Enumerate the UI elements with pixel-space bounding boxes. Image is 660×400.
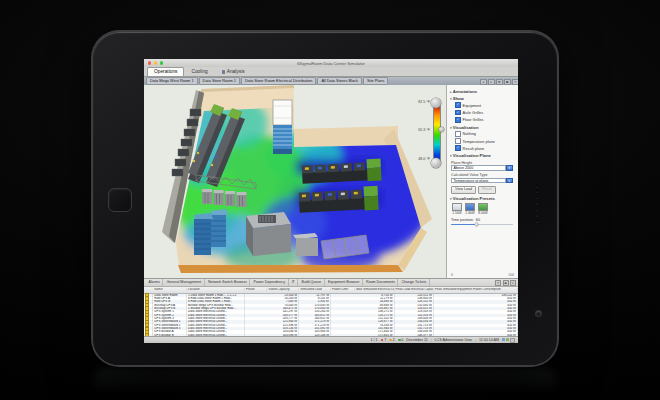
section-visualisation-plane[interactable]: ▾Visualisation Plane bbox=[450, 153, 515, 158]
preset-doc-icon bbox=[452, 203, 462, 211]
preset-green-icon bbox=[478, 203, 488, 211]
amber-alarm-icon bbox=[389, 339, 392, 342]
visualisation-panel: ▸Annotations ▾Show ✓Equipment ✓Aisle Gri… bbox=[446, 85, 518, 278]
alarm-red-badge[interactable]: 7 bbox=[381, 338, 387, 342]
document-tab[interactable]: All Data Stores Block bbox=[317, 77, 362, 86]
empty-rack-white[interactable] bbox=[273, 100, 292, 125]
alarm-amber-badge[interactable]: 2 bbox=[389, 338, 395, 342]
temperature-legend: 82.5 °F 65.3 °F 48.0 °F bbox=[416, 99, 444, 169]
status-bar: 1 / 1 7 2 0 December 11 | LCS Administra… bbox=[144, 336, 518, 343]
document-tab[interactable]: Site Plans bbox=[363, 77, 389, 86]
alarm-green-badge[interactable]: 0 bbox=[398, 338, 404, 342]
document-tab-bar: Data Mega West Room 1Data Store Room 1Da… bbox=[144, 77, 518, 85]
status-date: December 11 bbox=[406, 338, 427, 342]
tablet-reflection bbox=[93, 367, 557, 397]
dock-tab[interactable]: Build Queue bbox=[299, 279, 325, 286]
option-temperature-plane[interactable]: Temperature plane bbox=[455, 138, 515, 144]
photo-background: 6SigmaRoom Data Center Simulator Operati… bbox=[0, 0, 660, 400]
view-load-button[interactable]: View Load bbox=[451, 186, 476, 194]
rack-blue-striped[interactable] bbox=[273, 125, 292, 154]
checkbox-equipment[interactable]: ✓Equipment bbox=[455, 102, 515, 108]
section-show[interactable]: ▾Show bbox=[450, 96, 515, 101]
status-tray-icons bbox=[502, 338, 515, 343]
dock-tab[interactable]: Network Switch Browser bbox=[205, 279, 250, 286]
option-nothing[interactable]: Nothing bbox=[455, 131, 515, 137]
bottom-dock: AlarmsGeneral ManagementNetwork Switch B… bbox=[144, 278, 518, 336]
viewport-3d[interactable]: 82.5 °F 65.3 °F 48.0 °F bbox=[144, 85, 446, 278]
time-position-label: Time position: bbox=[451, 218, 474, 222]
tab-operations[interactable]: Operations bbox=[147, 67, 184, 77]
preset-1[interactable]: 1.5kW bbox=[452, 203, 462, 216]
plane-height-label: Plane Height bbox=[451, 161, 515, 165]
room-3d-scene[interactable] bbox=[144, 85, 446, 278]
dock-tab[interactable]: IT bbox=[289, 279, 298, 286]
calc-value-type-select[interactable]: Temperature at plane▾ bbox=[451, 178, 513, 184]
section-annotations[interactable]: ▸Annotations bbox=[450, 89, 515, 94]
section-presets[interactable]: ▾Visualisation Presets bbox=[450, 196, 515, 201]
dock-tab-bar: AlarmsGeneral ManagementNetwork Switch B… bbox=[144, 279, 518, 287]
plane-height-select[interactable]: Above 2000▾ bbox=[451, 165, 513, 171]
analysis-icon bbox=[222, 70, 226, 74]
dock-maximize-icon[interactable]: ▣ bbox=[503, 280, 509, 286]
checkbox-aisle-grilles[interactable]: ✓Aisle Grilles bbox=[455, 110, 515, 116]
status-time: 11:50:14 AM bbox=[479, 338, 499, 342]
preset-3[interactable]: 8.0kW bbox=[478, 203, 488, 216]
checkbox-icon: ✓ bbox=[455, 102, 461, 108]
document-tab[interactable]: Data Store Room Electrical Distribution bbox=[241, 77, 316, 86]
dock-tab[interactable]: Power Dependency bbox=[251, 279, 289, 286]
speaker-grille-icon bbox=[534, 184, 540, 222]
preset-blue-icon bbox=[465, 203, 475, 211]
dock-tab[interactable]: Change Tickets bbox=[399, 279, 430, 286]
checkbox-icon bbox=[455, 138, 461, 144]
preset-2[interactable]: 2.4kW bbox=[465, 203, 475, 216]
legend-max-handle[interactable] bbox=[431, 98, 441, 108]
window-title: 6SigmaRoom Data Center Simulator bbox=[144, 61, 518, 66]
calc-value-type-label: Calculated Value Type bbox=[451, 173, 515, 177]
tablet-home-button[interactable] bbox=[108, 188, 132, 212]
tab-cooling[interactable]: Cooling bbox=[184, 67, 214, 77]
option-result-plane[interactable]: ✓Result plane bbox=[455, 145, 515, 151]
document-tab[interactable]: Data Mega West Room 1 bbox=[146, 77, 198, 86]
legend-min-handle[interactable] bbox=[431, 158, 441, 168]
legend-max-label: 82.5 °F bbox=[410, 100, 430, 104]
checkbox-floor-grilles[interactable]: ✓Floor Grilles bbox=[455, 117, 515, 123]
dock-tab[interactable]: Room Documents bbox=[363, 279, 398, 286]
page-indicator: 1 / 1 bbox=[371, 338, 378, 342]
green-alarm-icon bbox=[398, 339, 401, 342]
reset-button[interactable]: Reset bbox=[478, 186, 496, 194]
status-user: LCS Administrator User bbox=[435, 338, 473, 342]
checkbox-icon: ✓ bbox=[455, 145, 461, 151]
legend-mid-label: 65.3 °F bbox=[410, 128, 430, 132]
chevron-down-icon[interactable]: ▾ bbox=[506, 178, 514, 184]
checkbox-icon: ✓ bbox=[455, 117, 461, 123]
time-slider[interactable] bbox=[451, 223, 513, 226]
slider-thumb[interactable] bbox=[475, 223, 478, 226]
legend-mid-handle[interactable] bbox=[439, 127, 444, 132]
checkbox-icon bbox=[455, 131, 461, 137]
slider-max-label: 100 bbox=[508, 273, 514, 277]
document-tab[interactable]: Data Store Room 1 bbox=[199, 77, 240, 86]
dock-close-icon[interactable]: ✕ bbox=[510, 280, 516, 286]
app-screen: 6SigmaRoom Data Center Simulator Operati… bbox=[144, 59, 518, 343]
tab-analysis[interactable]: Analysis bbox=[215, 67, 252, 77]
dock-tab[interactable]: Equipment Browser bbox=[325, 279, 363, 286]
checkbox-icon: ✓ bbox=[455, 110, 461, 116]
section-visualisation[interactable]: ▾Visualisation bbox=[450, 125, 515, 130]
tablet-device: 6SigmaRoom Data Center Simulator Operati… bbox=[93, 32, 557, 365]
camera-icon bbox=[536, 311, 541, 316]
equipment-table: Data Store Room 1 Data Store Room 1 Row.… bbox=[144, 294, 518, 337]
red-alarm-icon bbox=[381, 339, 384, 342]
legend-min-label: 48.0 °F bbox=[410, 157, 430, 161]
dock-tab[interactable]: Alarms bbox=[146, 279, 163, 286]
chevron-down-icon[interactable]: ▾ bbox=[506, 165, 514, 171]
ribbon-tab-bar: Operations Cooling Analysis bbox=[144, 67, 518, 77]
dock-tab[interactable]: General Management bbox=[164, 279, 205, 286]
dock-menu-icon[interactable]: ▾ bbox=[495, 280, 501, 286]
time-position-value: 60 bbox=[476, 218, 480, 222]
slider-min-label: 0 bbox=[451, 273, 453, 277]
legend-gradient-bar bbox=[433, 103, 441, 165]
